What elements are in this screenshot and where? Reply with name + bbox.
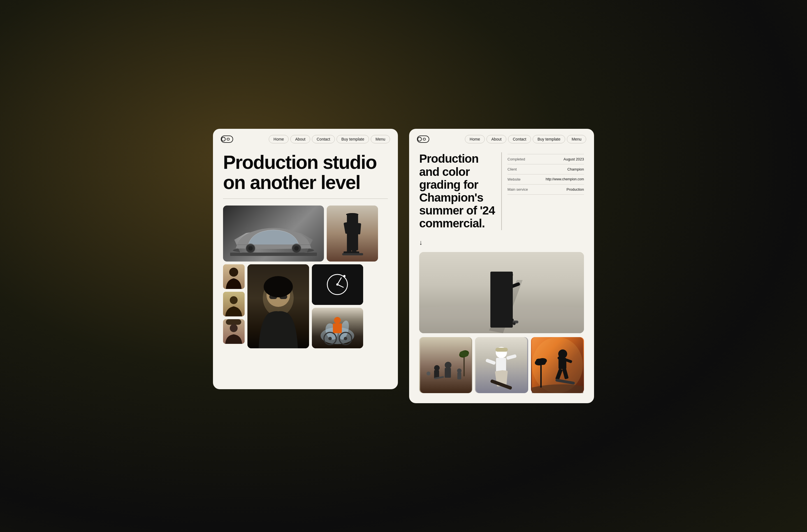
svg-point-23 [230, 324, 238, 332]
image-row-2 [223, 264, 388, 348]
car-image [223, 206, 324, 262]
svg-point-61 [513, 322, 516, 325]
svg-point-20 [230, 296, 238, 304]
svg-point-36 [343, 275, 346, 277]
panel-2-meta: Completed August 2023 Client Champion We… [508, 152, 584, 230]
icon-black-image [312, 264, 363, 305]
svg-rect-22 [226, 319, 241, 325]
svg-point-5 [294, 246, 299, 251]
meta-value-website[interactable]: http://www.chempion.com [546, 177, 584, 182]
meta-label-website: Website [508, 177, 520, 182]
arrow-down-icon: ↓ [419, 239, 584, 246]
meta-label-client: Client [508, 167, 517, 171]
svg-rect-58 [506, 319, 514, 321]
nav-links-right: Home About Contact Buy template Menu [465, 135, 586, 144]
meta-value-completed: August 2023 [564, 157, 584, 161]
portraits-col [223, 264, 245, 348]
woman-dark-image [247, 264, 309, 348]
main-skater-image [419, 252, 584, 333]
panels-container: Home About Contact Buy template Menu Pro… [196, 112, 611, 420]
svg-point-65 [445, 362, 452, 368]
svg-rect-92 [540, 362, 542, 387]
svg-point-60 [497, 322, 500, 325]
svg-point-3 [248, 246, 253, 251]
svg-point-45 [328, 337, 332, 340]
svg-point-49 [500, 274, 512, 286]
svg-point-16 [346, 213, 359, 216]
svg-rect-12 [352, 239, 356, 252]
svg-rect-0 [227, 138, 230, 140]
svg-point-7 [348, 214, 357, 223]
svg-rect-51 [499, 273, 513, 277]
nav-home-left[interactable]: Home [269, 135, 289, 144]
nav-contact-right[interactable]: Contact [508, 135, 531, 144]
nav-contact-left[interactable]: Contact [312, 135, 335, 144]
svg-point-50 [498, 273, 513, 277]
svg-rect-66 [445, 368, 451, 378]
panel-1-title: Production studio on another level [223, 152, 388, 192]
nav-buy-left[interactable]: Buy template [336, 135, 369, 144]
svg-rect-52 [500, 286, 511, 305]
svg-rect-55 [501, 305, 506, 320]
nav-links-left: Home About Contact Buy template Menu [269, 135, 390, 144]
svg-rect-86 [558, 358, 566, 369]
meta-row-website: Website http://www.chempion.com [508, 174, 584, 185]
portrait-2 [223, 292, 245, 317]
svg-rect-42 [333, 323, 342, 333]
svg-rect-69 [457, 373, 461, 379]
svg-point-35 [336, 283, 338, 286]
svg-point-18 [229, 268, 238, 277]
meta-label-service: Main service [508, 187, 528, 191]
portrait-3 [223, 319, 245, 344]
bottom-image-3 [531, 337, 584, 393]
logo-right[interactable] [417, 135, 429, 143]
bottom-image-2 [475, 337, 528, 393]
svg-rect-53 [491, 286, 500, 292]
svg-rect-8 [348, 222, 357, 239]
skater-tall-image [327, 206, 378, 262]
nav-menu-right[interactable]: Menu [567, 135, 586, 144]
svg-rect-47 [423, 138, 426, 140]
svg-point-46 [344, 337, 347, 340]
nav-home-right[interactable]: Home [465, 135, 485, 144]
panel-2-header: Production and color grading for Champio… [419, 152, 584, 230]
meta-row-client: Client Champion [508, 164, 584, 174]
image-grid [223, 206, 388, 348]
nav-about-right[interactable]: About [487, 135, 506, 144]
meta-value-service: Production [567, 187, 584, 191]
svg-rect-57 [498, 319, 506, 321]
meta-label-completed: Completed [508, 157, 525, 161]
svg-rect-77 [496, 358, 506, 372]
biker-image [312, 308, 363, 348]
image-row-1 [223, 206, 388, 262]
title-divider [223, 198, 388, 199]
meta-row-completed: Completed August 2023 [508, 154, 584, 164]
bottom-image-1 [419, 337, 472, 393]
svg-point-63 [434, 365, 440, 371]
nav-menu-left[interactable]: Menu [371, 135, 390, 144]
svg-rect-11 [347, 239, 351, 252]
meta-value-client: Champion [567, 167, 584, 171]
svg-rect-10 [355, 223, 361, 234]
svg-rect-76 [495, 348, 508, 352]
svg-rect-56 [506, 305, 511, 320]
right-col [312, 264, 363, 348]
portrait-1 [223, 264, 245, 289]
panel-2-content: Production and color grading for Champio… [409, 150, 594, 403]
bottom-images [419, 337, 584, 393]
svg-point-41 [334, 317, 341, 324]
panel-left: Home About Contact Buy template Menu Pro… [213, 129, 398, 389]
meta-row-service: Main service Production [508, 185, 584, 195]
panel-2-title: Production and color grading for Champio… [419, 152, 496, 230]
nav-right: Home About Contact Buy template Menu [409, 129, 594, 150]
vertical-divider [501, 152, 502, 230]
nav-about-left[interactable]: About [290, 135, 310, 144]
nav-buy-right[interactable]: Buy template [533, 135, 565, 144]
svg-point-30 [264, 276, 293, 297]
svg-point-70 [426, 372, 430, 376]
panel-1-content: Production studio on another level [213, 150, 398, 358]
svg-rect-15 [342, 253, 363, 255]
panel-right: Home About Contact Buy template Menu Pro… [409, 129, 594, 403]
logo-left[interactable] [221, 135, 233, 143]
svg-point-68 [457, 368, 461, 373]
